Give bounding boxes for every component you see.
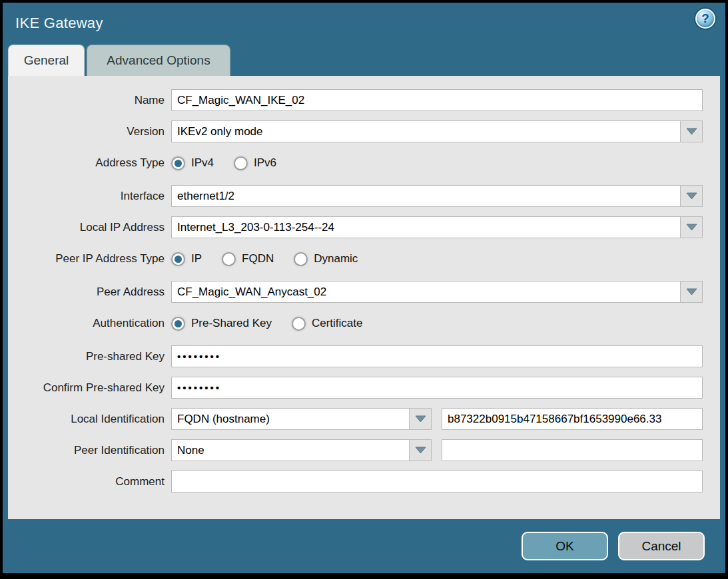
- radio-preshared-key-label: Pre-Shared Key: [191, 317, 272, 330]
- peer-identification-dropdown-button[interactable]: [409, 439, 432, 461]
- peer-address-row: Peer Address: [8, 281, 720, 303]
- peer-identification-type-value[interactable]: [171, 439, 409, 461]
- radio-ip-label: IP: [191, 252, 202, 266]
- radio-option-ip[interactable]: IP: [171, 252, 202, 266]
- peer-address-label: Peer Address: [8, 286, 171, 299]
- local-identification-type-value[interactable]: [171, 408, 409, 430]
- local-identification-id-input[interactable]: [442, 408, 703, 430]
- address-type-label: Address Type: [8, 156, 171, 170]
- version-label: Version: [8, 125, 171, 138]
- radio-dynamic[interactable]: [294, 252, 308, 266]
- chevron-down-icon: [686, 127, 697, 136]
- interface-label: Interface: [8, 190, 171, 203]
- peer-identification-type-select[interactable]: [171, 439, 432, 461]
- ike-gateway-dialog: IKE Gateway ? General Advanced Options N…: [0, 0, 728, 579]
- local-ip-select[interactable]: [171, 216, 703, 238]
- name-row: Name: [8, 89, 720, 111]
- peer-identification-id-input[interactable]: [442, 439, 703, 461]
- tab-advanced-options[interactable]: Advanced Options: [87, 45, 230, 76]
- radio-certificate[interactable]: [292, 317, 306, 331]
- peer-identification-row: Peer Identification: [8, 439, 720, 461]
- radio-dynamic-label: Dynamic: [314, 252, 358, 266]
- confirm-preshared-key-input[interactable]: [171, 377, 703, 399]
- button-bar: OK Cancel: [3, 532, 725, 560]
- local-identification-type-select[interactable]: [171, 408, 432, 430]
- radio-ipv4[interactable]: [171, 156, 185, 170]
- name-label: Name: [8, 94, 171, 107]
- tabbar: General Advanced Options: [3, 44, 725, 76]
- interface-row: Interface: [8, 185, 720, 207]
- radio-option-ipv4[interactable]: IPv4: [171, 156, 214, 170]
- local-ip-value[interactable]: [171, 216, 680, 238]
- local-ip-label: Local IP Address: [8, 221, 171, 234]
- version-row: Version: [8, 120, 720, 142]
- radio-ipv6-label: IPv6: [254, 156, 276, 170]
- interface-value[interactable]: [171, 185, 680, 207]
- name-input[interactable]: [171, 89, 703, 111]
- peer-address-dropdown-button[interactable]: [680, 281, 703, 303]
- radio-fqdn[interactable]: [222, 252, 236, 266]
- radio-option-preshared-key[interactable]: Pre-Shared Key: [171, 317, 272, 331]
- local-ip-row: Local IP Address: [8, 216, 720, 238]
- peer-address-select[interactable]: [171, 281, 703, 303]
- radio-option-dynamic[interactable]: Dynamic: [294, 252, 358, 266]
- chevron-down-icon: [686, 192, 697, 200]
- chevron-down-icon: [415, 446, 426, 455]
- preshared-key-input[interactable]: [171, 345, 703, 367]
- peer-identification-label: Peer Identification: [8, 444, 171, 457]
- dialog-title: IKE Gateway: [15, 15, 103, 32]
- radio-option-ipv6[interactable]: IPv6: [234, 156, 276, 170]
- radio-option-certificate[interactable]: Certificate: [292, 317, 363, 331]
- local-ip-dropdown-button[interactable]: [680, 216, 703, 238]
- radio-option-fqdn[interactable]: FQDN: [222, 252, 274, 266]
- radio-certificate-label: Certificate: [312, 317, 363, 330]
- radio-ip[interactable]: [171, 252, 185, 266]
- tab-general[interactable]: General: [8, 45, 85, 76]
- chevron-down-icon: [686, 288, 697, 296]
- radio-ipv4-label: IPv4: [191, 156, 214, 170]
- peer-ip-type-label: Peer IP Address Type: [8, 252, 171, 266]
- chevron-down-icon: [686, 223, 697, 232]
- cancel-button[interactable]: Cancel: [618, 532, 705, 560]
- radio-ipv6[interactable]: [234, 156, 248, 170]
- interface-select[interactable]: [171, 185, 703, 207]
- preshared-key-row: Pre-shared Key: [8, 345, 720, 367]
- version-value[interactable]: [171, 120, 680, 142]
- comment-input[interactable]: [171, 471, 703, 492]
- address-type-row: Address Type IPv4 IPv6: [8, 154, 720, 172]
- local-identification-label: Local Identification: [8, 413, 171, 426]
- version-dropdown-button[interactable]: [680, 120, 703, 142]
- comment-label: Comment: [8, 475, 171, 488]
- chevron-down-icon: [415, 415, 426, 423]
- general-tab-panel: Name Version Address Type: [8, 76, 720, 519]
- confirm-preshared-key-label: Confirm Pre-shared Key: [8, 381, 171, 395]
- confirm-preshared-key-row: Confirm Pre-shared Key: [8, 377, 720, 399]
- authentication-label: Authentication: [8, 317, 171, 330]
- interface-dropdown-button[interactable]: [680, 185, 703, 207]
- local-identification-row: Local Identification: [8, 408, 720, 430]
- radio-preshared-key[interactable]: [171, 317, 185, 331]
- titlebar: IKE Gateway ?: [3, 3, 725, 44]
- authentication-row: Authentication Pre-Shared Key Certificat…: [8, 315, 720, 332]
- peer-address-value[interactable]: [171, 281, 680, 303]
- preshared-key-label: Pre-shared Key: [8, 350, 171, 363]
- local-identification-dropdown-button[interactable]: [409, 408, 432, 430]
- version-select[interactable]: [171, 120, 703, 142]
- help-icon[interactable]: ?: [695, 9, 715, 29]
- comment-row: Comment: [8, 471, 720, 492]
- peer-ip-type-row: Peer IP Address Type IP FQDN Dynamic: [8, 250, 720, 268]
- radio-fqdn-label: FQDN: [242, 252, 274, 266]
- ok-button[interactable]: OK: [522, 532, 608, 560]
